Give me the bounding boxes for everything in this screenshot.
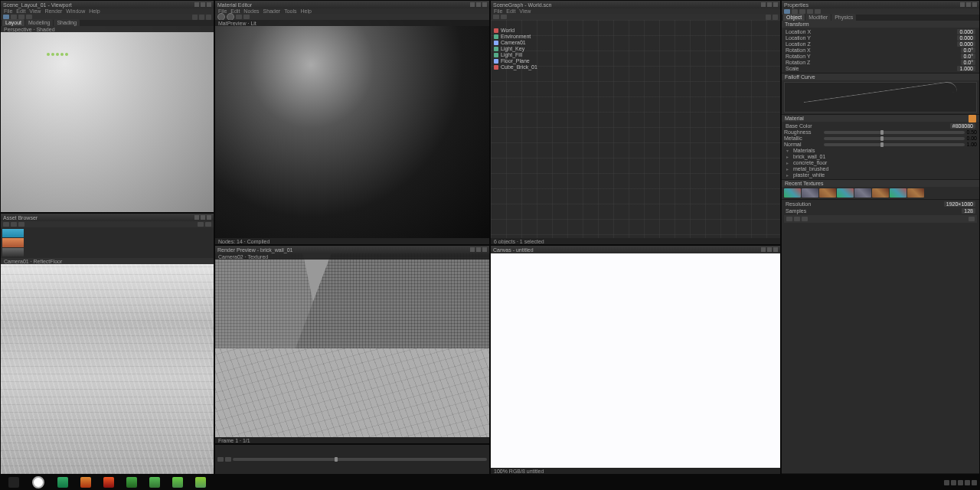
prop-value[interactable]: 0.00 <box>966 136 977 141</box>
stop-icon[interactable] <box>225 457 231 462</box>
minimize-icon[interactable] <box>194 215 199 220</box>
maximize-icon[interactable] <box>767 2 772 7</box>
view-grid-icon[interactable] <box>198 222 204 227</box>
panel-header[interactable]: Material <box>782 115 979 122</box>
grid-toggle-icon[interactable] <box>192 15 198 20</box>
vis-icon[interactable] <box>766 15 771 20</box>
shading-icon[interactable] <box>206 15 211 20</box>
task-app[interactable] <box>167 476 188 488</box>
task-app[interactable] <box>190 476 211 488</box>
tree-item[interactable]: Environment <box>494 34 537 39</box>
tree-root[interactable]: World <box>494 28 537 33</box>
tab-object[interactable]: Object <box>783 14 805 21</box>
menubar[interactable]: File Edit View <box>491 8 780 14</box>
snap-icon[interactable] <box>199 15 204 20</box>
back-icon[interactable] <box>3 222 9 227</box>
task-app[interactable] <box>75 476 96 488</box>
scenegraph-viewport[interactable]: World Environment Camera01 Light_Key Lig… <box>491 20 780 244</box>
tool-pan[interactable] <box>236 15 242 19</box>
menu-window[interactable]: Window <box>66 8 85 14</box>
panel-header[interactable]: Falloff Curve <box>782 74 979 80</box>
close-icon[interactable] <box>207 215 211 220</box>
menu-view[interactable]: View <box>29 8 41 14</box>
tab-physics[interactable]: Physics <box>831 14 856 21</box>
menu-help[interactable]: Help <box>89 8 100 14</box>
titlebar[interactable]: SceneGraph - World.scn <box>491 1 780 8</box>
prop-value[interactable]: 0.0° <box>961 47 975 53</box>
prop-value[interactable]: 0.000 <box>957 41 975 47</box>
tree-item[interactable]: brick_wall_01 <box>784 154 977 159</box>
asset-thumb[interactable] <box>2 229 24 237</box>
menu-render[interactable]: Render <box>44 8 62 14</box>
minimize-icon[interactable] <box>470 247 475 252</box>
texture-thumb[interactable] <box>802 188 818 198</box>
task-app[interactable] <box>144 476 165 488</box>
titlebar[interactable]: Asset Browser <box>1 214 214 221</box>
tree-item[interactable]: plaster_white <box>784 172 977 178</box>
settings-icon[interactable] <box>802 217 808 221</box>
titlebar[interactable]: Properties <box>782 1 979 8</box>
tray-icon[interactable] <box>944 480 949 485</box>
texture-thumb[interactable] <box>890 188 906 198</box>
menubar[interactable]: File Edit View Render Window Help <box>1 8 214 14</box>
start-button[interactable] <box>3 476 24 488</box>
tray-icon[interactable] <box>951 480 956 485</box>
tray-network-icon[interactable] <box>965 480 970 485</box>
tab-modifier[interactable]: Modifier <box>805 14 831 21</box>
prop-value[interactable]: 0.000 <box>957 35 975 41</box>
minimize-icon[interactable] <box>194 2 199 7</box>
maximize-icon[interactable] <box>476 247 481 252</box>
menu-shader[interactable]: Shader <box>263 8 281 14</box>
menu-edit[interactable]: Edit <box>16 8 25 14</box>
menu-view[interactable]: View <box>519 8 531 14</box>
menu-help[interactable]: Help <box>301 8 312 14</box>
texture-thumb[interactable] <box>907 188 924 198</box>
save-icon[interactable] <box>794 217 800 221</box>
close-icon[interactable] <box>482 247 487 252</box>
timeline[interactable] <box>215 445 489 474</box>
render-icon[interactable] <box>786 217 792 221</box>
task-app[interactable] <box>52 476 74 488</box>
canvas-area[interactable]: 100% RGB/8 untitled <box>491 253 780 474</box>
asset-thumb[interactable] <box>2 248 24 256</box>
minimize-icon[interactable] <box>470 2 475 7</box>
normal-slider[interactable] <box>824 143 965 146</box>
prop-value[interactable]: 0.0° <box>961 54 975 59</box>
tab-layout[interactable]: Layout <box>2 19 24 26</box>
menu-file[interactable]: File <box>4 8 12 14</box>
tray-volume-icon[interactable] <box>972 480 977 485</box>
tree-item[interactable]: Floor_Plane <box>494 58 537 64</box>
minimize-icon[interactable] <box>761 247 766 252</box>
scene-gizmo[interactable] <box>47 53 68 56</box>
tree-item[interactable]: Cube_Brick_01 <box>494 64 537 70</box>
tree-item[interactable]: Light_Key <box>494 46 537 51</box>
panel-header[interactable]: Recent Textures <box>782 180 979 187</box>
close-icon[interactable] <box>207 2 211 7</box>
prop-value[interactable]: 0.0° <box>961 60 975 65</box>
prop-value[interactable]: 1920×1080 <box>944 201 975 207</box>
titlebar[interactable]: Render Preview - brick_wall_01 <box>215 246 489 253</box>
color-swatch[interactable] <box>969 115 976 122</box>
prop-value[interactable]: 0.50 <box>966 129 977 135</box>
menu-file[interactable]: File <box>494 8 502 14</box>
viewport-perspective[interactable]: Perspective · Shaded <box>1 26 214 212</box>
close-icon[interactable] <box>972 2 977 7</box>
menubar[interactable]: File Edit Nodes Shader Tools Help <box>215 8 489 14</box>
maximize-icon[interactable] <box>966 2 971 7</box>
maximize-icon[interactable] <box>201 215 205 220</box>
titlebar[interactable]: Canvas - untitled <box>491 246 780 253</box>
tree-item[interactable]: metal_brushed <box>784 166 977 172</box>
prop-value[interactable]: 128 <box>962 208 975 214</box>
search-icon[interactable] <box>32 476 44 488</box>
material-preview[interactable]: MatPreview · Lit Nodes: 14 · Compiled <box>215 20 489 244</box>
tray-icon[interactable] <box>958 480 963 485</box>
menu-tools[interactable]: Tools <box>284 8 296 14</box>
tab-modeling[interactable]: Modeling <box>25 19 53 26</box>
tree-item[interactable]: Light_Fill <box>494 52 537 57</box>
timeline-scrubber[interactable] <box>233 458 487 461</box>
curve-editor[interactable] <box>784 82 977 113</box>
texture-thumb[interactable] <box>837 188 854 198</box>
close-icon[interactable] <box>773 2 778 7</box>
texture-thumb[interactable] <box>854 188 871 198</box>
maximize-icon[interactable] <box>201 2 205 7</box>
